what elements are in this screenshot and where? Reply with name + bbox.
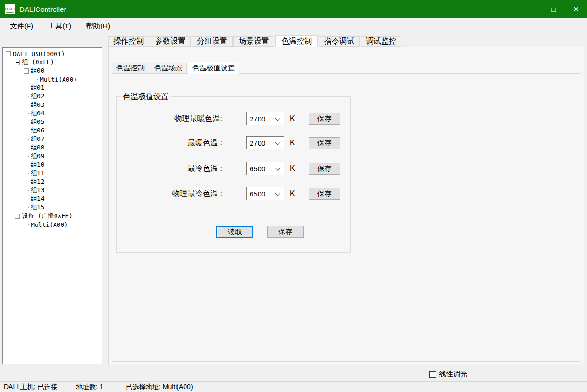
tree-item[interactable]: Multi(A00)	[3, 220, 102, 229]
title-bar: DALI DALIController — □ ×	[0, 0, 587, 18]
tree-item[interactable]: 组07	[3, 135, 102, 143]
expander-icon[interactable]	[24, 68, 29, 74]
tree-connector	[24, 88, 29, 88]
tree-item-label: 组08	[31, 143, 45, 152]
tree-item[interactable]: 组15	[3, 203, 102, 212]
physical-coolest-label: 物理最冷色温 :	[117, 189, 222, 199]
tree-item[interactable]: 组01	[3, 84, 102, 92]
menu-item-2[interactable]: 帮助(H)	[86, 22, 110, 31]
tree-item-label: 组14	[31, 195, 45, 203]
chevron-down-icon[interactable]	[275, 140, 280, 145]
tree-item[interactable]: 组 (0xFF)	[3, 58, 102, 66]
tab-sub-2[interactable]: 色温极值设置	[188, 62, 239, 74]
chevron-down-icon[interactable]	[275, 190, 280, 196]
expander-icon[interactable]	[15, 60, 20, 65]
tree-item[interactable]: 组00	[3, 66, 102, 75]
tree-item-label: 组03	[31, 101, 45, 109]
tree-connector	[24, 173, 29, 174]
tab-main-4[interactable]: 色温控制	[275, 35, 318, 47]
warmest-save-button[interactable]: 保存	[309, 137, 340, 149]
tab-main-3[interactable]: 场景设置	[233, 36, 274, 47]
app-icon-strip	[6, 12, 14, 13]
physical-warmest-combo[interactable]: 2700	[246, 112, 284, 125]
tree-item-label: 组 (0xFF)	[22, 58, 54, 66]
status-address-count: 地址数: 1	[76, 383, 103, 392]
tree-item[interactable]: 组14	[3, 195, 102, 203]
menu-item-1[interactable]: 工具(T)	[48, 22, 71, 31]
save-all-button[interactable]: 保存	[267, 226, 304, 238]
tree-item-label: 组00	[31, 66, 45, 75]
warmest-row: 最暖色温 :2700K保存	[117, 136, 350, 149]
tree-item[interactable]: Multi(A00)	[3, 75, 102, 84]
tree-item[interactable]: 组05	[3, 118, 102, 126]
tree-item[interactable]: DALI USB(0001)	[3, 49, 102, 58]
tab-main-0[interactable]: 操作控制	[108, 36, 149, 47]
tab-main-1[interactable]: 参数设置	[150, 36, 191, 47]
tree-item-label: 组05	[31, 118, 45, 126]
tree-item[interactable]: 组13	[3, 186, 102, 195]
expander-icon[interactable]	[6, 51, 11, 56]
tree-item-label: 组13	[31, 186, 45, 195]
tree-item-label: 组02	[31, 92, 45, 101]
expander-icon[interactable]	[15, 214, 20, 219]
tree-connector	[33, 79, 38, 80]
tree-item-label: 组06	[31, 126, 45, 135]
device-tree[interactable]: DALI USB(0001)组 (0xFF)组00Multi(A00)组01组0…	[2, 47, 102, 364]
tree-item[interactable]: 组10	[3, 160, 102, 169]
physical-warmest-value: 2700	[250, 115, 265, 123]
physical-warmest-row: 物理最暖色温:2700K保存	[117, 112, 350, 125]
tree-item[interactable]: 设备 (广播0xFF)	[3, 212, 102, 220]
warmest-unit: K	[290, 139, 295, 147]
physical-coolest-value: 6500	[250, 190, 265, 198]
chevron-down-icon[interactable]	[275, 115, 280, 121]
maximize-icon[interactable]: □	[542, 0, 565, 18]
coolest-label: 最冷色温 :	[117, 164, 222, 174]
tree-item[interactable]: 组06	[3, 126, 102, 135]
tree-connector	[24, 131, 29, 131]
tab-main-5[interactable]: 指令调试	[319, 36, 360, 47]
tree-item[interactable]: 组02	[3, 92, 102, 101]
read-button[interactable]: 读取	[216, 226, 253, 238]
coolest-combo[interactable]: 6500	[246, 162, 284, 175]
menu-item-0[interactable]: 文件(F)	[10, 22, 33, 31]
close-icon[interactable]: ×	[565, 0, 587, 18]
window-controls: — □ ×	[520, 0, 587, 18]
status-bar: DALI 主机: 已连接 地址数: 1 已选择地址: Multi(A00)	[0, 381, 587, 392]
physical-coolest-combo[interactable]: 6500	[246, 187, 284, 200]
minimize-icon[interactable]: —	[520, 0, 542, 18]
tree-item-label: DALI USB(0001)	[13, 50, 65, 57]
coolest-value: 6500	[250, 165, 265, 173]
warmest-combo[interactable]: 2700	[246, 136, 284, 149]
tab-sub-1[interactable]: 色温场景	[150, 63, 187, 73]
tree-connector	[24, 105, 29, 105]
linear-dimming-checkbox[interactable]	[429, 371, 436, 378]
warmest-value: 2700	[250, 139, 265, 147]
tree-connector	[24, 139, 29, 140]
tree-item-label: 组15	[31, 203, 45, 212]
tree-connector	[24, 113, 29, 114]
tree-item[interactable]: 组09	[3, 152, 102, 160]
tree-item[interactable]: 组08	[3, 143, 102, 152]
physical-warmest-unit: K	[290, 114, 295, 123]
tab-main-6[interactable]: 调试监控	[361, 36, 401, 47]
tree-item[interactable]: 组03	[3, 101, 102, 109]
resize-grip-icon[interactable]	[584, 389, 585, 390]
sub-tab-strip: 色温控制色温场景色温极值设置	[112, 62, 239, 73]
tree-item-label: 组04	[31, 109, 45, 118]
tree-item-label: Multi(A00)	[40, 76, 77, 83]
tree-item-label: 组11	[31, 169, 45, 177]
tab-main-2[interactable]: 分组设置	[192, 36, 233, 47]
physical-warmest-save-button[interactable]: 保存	[309, 113, 340, 125]
tree-item[interactable]: 组12	[3, 177, 102, 186]
tree-item[interactable]: 组11	[3, 169, 102, 177]
warmest-label: 最暖色温 :	[117, 138, 222, 148]
tab-sub-0[interactable]: 色温控制	[112, 63, 149, 73]
chevron-down-icon[interactable]	[275, 165, 280, 170]
tree-item[interactable]: 组04	[3, 109, 102, 118]
tree-connector	[24, 96, 29, 97]
coolest-save-button[interactable]: 保存	[309, 163, 340, 175]
tree-item-label: 组07	[31, 135, 45, 143]
app-icon: DALI	[5, 4, 15, 14]
linear-dimming-option[interactable]: 线性调光	[429, 370, 467, 379]
physical-coolest-save-button[interactable]: 保存	[309, 188, 340, 200]
